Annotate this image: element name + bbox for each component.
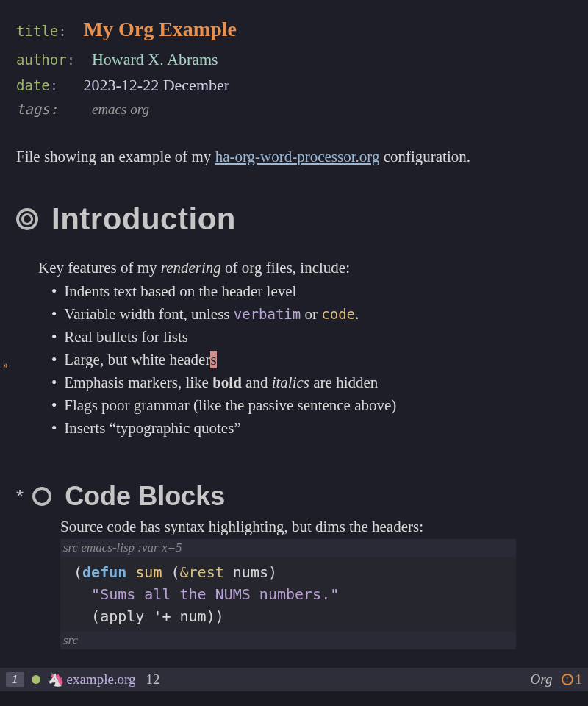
mode-line[interactable]: 1 🦄 example.org 12 Org ! 1 bbox=[0, 668, 588, 691]
modified-indicator-icon bbox=[32, 675, 40, 684]
heading-text: Introduction bbox=[51, 202, 236, 237]
meta-title: title: My Org Example bbox=[16, 13, 572, 46]
title-value: My Org Example bbox=[84, 18, 237, 40]
heading-introduction[interactable]: Introduction bbox=[16, 202, 572, 237]
features-intro: Key features of my rendering of org file… bbox=[38, 259, 572, 277]
minibuffer[interactable] bbox=[0, 691, 588, 706]
heading-bullet-icon bbox=[32, 487, 51, 506]
warning-icon: ! bbox=[562, 674, 573, 685]
tags-value: emacs org bbox=[92, 101, 149, 117]
editor-buffer[interactable]: title: My Org Example author: Howard X. … bbox=[0, 0, 588, 669]
fringe-indicator-icon: » bbox=[3, 360, 8, 371]
heading-star-icon: * bbox=[16, 485, 24, 508]
meta-author: author: Howard X. Abrams bbox=[16, 46, 572, 72]
code-line: (defun sum (&rest nums) bbox=[74, 561, 503, 583]
list-item: Flags poor grammar (like the passive sen… bbox=[51, 394, 572, 417]
major-mode[interactable]: Org bbox=[531, 671, 553, 688]
code-line: "Sums all the NUMS numbers." bbox=[74, 583, 503, 605]
title-key: title bbox=[16, 23, 58, 39]
cursor-position: s bbox=[210, 351, 216, 368]
heading-text: Code Blocks bbox=[65, 481, 225, 512]
config-link[interactable]: ha-org-word-processor.org bbox=[215, 148, 380, 165]
code-line: (apply '+ num)) bbox=[74, 605, 503, 627]
date-key: date bbox=[16, 77, 50, 93]
buffer-filename[interactable]: example.org bbox=[67, 671, 136, 688]
author-key: author bbox=[16, 51, 67, 68]
intro-paragraph: File showing an example of my ha-org-wor… bbox=[16, 148, 572, 166]
author-value: Howard X. Abrams bbox=[92, 50, 218, 68]
list-item: Large, but white headers bbox=[51, 349, 572, 371]
list-item: Variable width font, unless verbatim or … bbox=[51, 303, 572, 326]
heading-code-blocks[interactable]: * Code Blocks bbox=[16, 481, 572, 512]
list-item: Real bullets for lists bbox=[51, 326, 572, 349]
meta-date: date: 2023-12-22 December bbox=[16, 72, 572, 98]
heading-bullet-icon bbox=[16, 208, 38, 230]
src-block-begin: src emacs-lisp :var x=5 bbox=[60, 539, 516, 557]
code-intro-text: Source code has syntax highlighting, but… bbox=[60, 518, 572, 536]
features-list: Indents text based on the header level V… bbox=[51, 280, 572, 441]
warning-count: 1 bbox=[576, 671, 583, 688]
list-item: Emphasis markers, like bold and italics … bbox=[51, 371, 572, 394]
window-number: 1 bbox=[6, 672, 24, 687]
code-text: code bbox=[321, 306, 355, 322]
source-code-block[interactable]: (defun sum (&rest nums) "Sums all the NU… bbox=[60, 557, 516, 632]
tags-key: tags: bbox=[16, 101, 58, 117]
line-number: 12 bbox=[146, 671, 160, 688]
meta-tags: tags: emacs org bbox=[16, 98, 572, 121]
verbatim-text: verbatim bbox=[234, 306, 301, 322]
flycheck-warnings[interactable]: ! 1 bbox=[562, 671, 583, 688]
list-item: Inserts “typographic quotes” bbox=[51, 417, 572, 440]
date-value: 2023-12-22 December bbox=[84, 76, 230, 94]
buffer-icon: 🦄 bbox=[48, 671, 64, 688]
list-item: Indents text based on the header level bbox=[51, 280, 572, 303]
src-block-end: src bbox=[60, 632, 516, 649]
